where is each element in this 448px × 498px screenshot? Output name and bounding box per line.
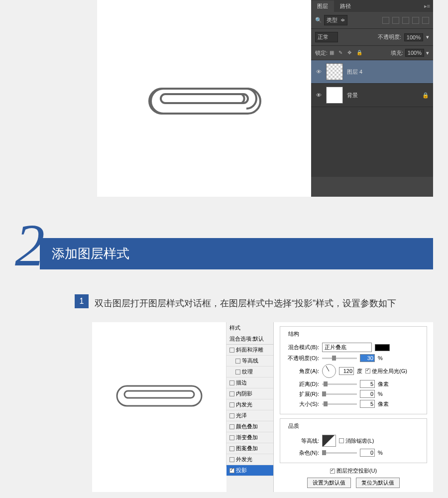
lock-transparent-icon[interactable]: ▦ [330,50,336,56]
style-gradient-overlay[interactable]: 渐变叠加 [226,432,273,443]
angle-dial[interactable] [322,364,336,378]
lock-paint-icon[interactable]: ✎ [338,50,344,56]
paperclip-shape [147,81,261,116]
filter-icon-4[interactable] [412,17,419,24]
style-bevel[interactable]: 斜面和浮雕 [226,345,273,356]
layer-item-1[interactable]: 👁 图层 4 [311,60,433,84]
chevron-down-icon[interactable]: ▾ [426,50,429,56]
checkbox[interactable] [229,468,234,473]
fill-value[interactable]: 100% [405,49,424,57]
antialias-checkbox[interactable] [339,438,344,443]
blend-mode-dropdown[interactable]: 正常 [315,32,338,42]
svg-rect-1 [161,94,248,103]
lock-move-icon[interactable]: ✥ [347,50,353,56]
distance-slider[interactable] [322,383,357,385]
opacity-value[interactable]: 100% [404,33,423,41]
opacity-label: 不透明度(O): [284,355,319,362]
checkbox[interactable] [229,413,234,418]
angle-unit: 度 [357,368,362,375]
checkbox[interactable] [229,380,234,385]
style-color-overlay[interactable]: 颜色叠加 [226,421,273,432]
structure-title: 结构 [286,330,301,338]
style-contour-sub[interactable]: 等高线 [226,356,273,367]
step-title: 添加图层样式 [40,238,433,269]
checkbox[interactable] [229,457,234,462]
lock-label: 锁定: [315,49,328,57]
visibility-icon[interactable]: 👁 [315,92,322,98]
checkbox[interactable] [235,359,240,364]
lock-icon: 🔒 [422,92,429,99]
substep-text: 双击图层打开图层样式对话框，在图层样式中选择“投影”样式，设置参数如下 [95,294,396,312]
panel-menu-icon[interactable]: ▸≡ [421,3,433,9]
checkbox[interactable] [229,348,234,353]
layer-thumbnail[interactable] [326,63,343,80]
style-list-header: 样式 [226,322,273,334]
distance-label: 距离(D): [284,380,319,388]
noise-slider[interactable] [322,452,357,454]
global-light-checkbox[interactable] [365,369,370,374]
fill-label: 填充: [391,49,403,57]
size-slider[interactable] [322,403,357,405]
blending-options[interactable]: 混合选项:默认 [226,334,273,345]
angle-input[interactable]: 120 [339,367,354,375]
opacity-unit: % [378,355,383,361]
checkbox[interactable] [235,370,240,374]
size-unit: 像素 [378,400,389,408]
noise-label: 杂色(N): [284,449,319,457]
style-pattern-overlay[interactable]: 图案叠加 [226,443,273,454]
layer-name: 图层 4 [347,68,362,76]
quality-title: 品质 [286,422,301,430]
spread-slider[interactable] [322,393,357,395]
distance-input[interactable]: 5 [360,380,375,388]
size-input[interactable]: 5 [360,400,375,408]
style-inner-glow[interactable]: 内发光 [226,399,273,410]
noise-input[interactable]: 0 [360,449,375,457]
layer-name: 背景 [347,92,358,99]
noise-unit: % [378,450,383,456]
layer-thumbnail[interactable] [326,87,343,104]
opacity-input[interactable]: 30 [360,354,375,362]
chevron-down-icon[interactable]: ▾ [426,34,429,40]
lock-all-icon[interactable]: 🔒 [356,50,362,56]
filter-icon-5[interactable] [422,17,429,24]
style-drop-shadow[interactable]: 投影 [226,465,273,476]
shadow-color-swatch[interactable] [375,344,390,351]
filter-icon-2[interactable] [392,17,399,24]
knockout-label: 图层挖空投影(U) [336,467,377,475]
blend-mode-dropdown[interactable]: 正片叠底 [322,343,372,352]
tab-layers[interactable]: 图层 [311,0,334,12]
style-texture[interactable]: 纹理 [226,367,273,377]
canvas-area [97,0,311,197]
style-stroke[interactable]: 描边 [226,377,273,388]
contour-label: 等高线: [284,437,319,445]
contour-picker[interactable] [322,435,336,447]
spread-input[interactable]: 0 [360,390,375,398]
set-default-button[interactable]: 设置为默认值 [307,478,351,488]
checkbox[interactable] [229,446,234,451]
filter-type-dropdown[interactable]: 类型 ≑ [324,15,347,25]
style-list: 样式 混合选项:默认 斜面和浮雕 等高线 纹理 描边 内阴影 内发光 光泽 颜色… [226,322,274,492]
tab-paths[interactable]: 路径 [334,0,357,12]
knockout-checkbox[interactable] [330,469,335,474]
checkbox[interactable] [229,424,234,429]
checkbox[interactable] [229,435,234,440]
svg-rect-4 [124,391,194,398]
reset-default-button[interactable]: 复位为默认值 [356,478,400,488]
spread-unit: % [378,391,383,397]
substep-number: 1 [75,294,89,308]
opacity-label: 不透明度: [378,33,401,41]
size-label: 大小(S): [284,400,319,408]
checkbox[interactable] [229,391,234,396]
filter-icon-1[interactable] [382,17,389,24]
layer-item-2[interactable]: 👁 背景 🔒 [311,84,433,107]
filter-icon-3[interactable] [402,17,409,24]
opacity-slider[interactable] [322,358,357,359]
distance-unit: 像素 [378,380,389,388]
checkbox[interactable] [229,402,234,407]
svg-rect-3 [117,386,202,406]
style-inner-shadow[interactable]: 内阴影 [226,388,273,399]
visibility-icon[interactable]: 👁 [315,69,322,75]
style-settings: 结构 混合模式(B): 正片叠底 不透明度(O): 30 % 角度(A): 12… [274,322,433,492]
style-satin[interactable]: 光泽 [226,410,273,421]
style-outer-glow[interactable]: 外发光 [226,454,273,465]
